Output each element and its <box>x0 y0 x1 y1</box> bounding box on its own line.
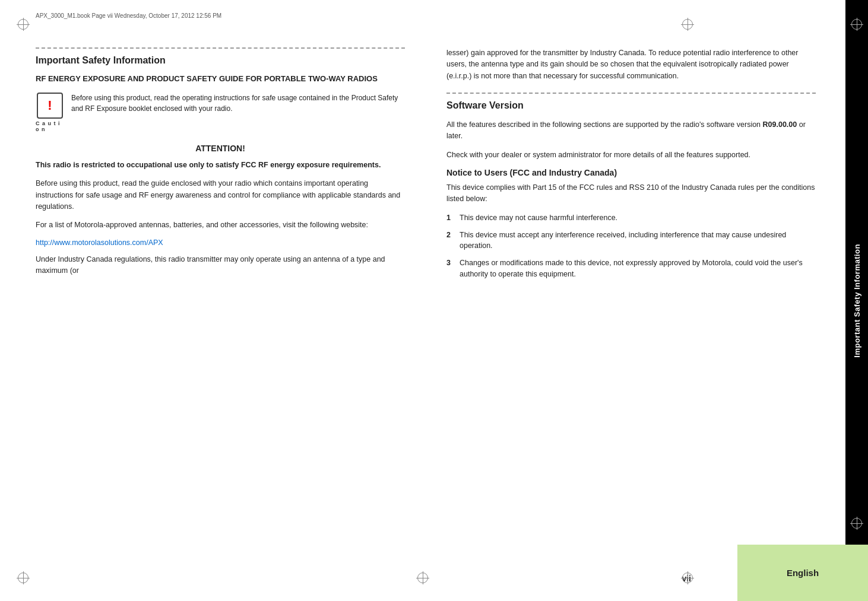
attention-bold-text: This radio is restricted to occupational… <box>36 160 405 171</box>
notice-text-2: This device must accept any interference… <box>460 230 816 252</box>
dashed-separator-1 <box>36 47 405 49</box>
notice-intro: This device complies with Part 15 of the… <box>446 182 816 205</box>
notice-title: Notice to Users (FCC and Industry Canada… <box>446 168 816 177</box>
notice-num-1: 1 <box>446 212 455 224</box>
crosshair-bottom-left <box>17 571 30 584</box>
dashed-separator-2 <box>446 93 816 94</box>
section-title: Important Safety Information <box>36 55 405 67</box>
crosshair-top-right <box>681 18 694 31</box>
caution-text: Before using this product, read the oper… <box>71 93 405 114</box>
notice-item-1: 1 This device may not cause harmful inte… <box>446 212 816 224</box>
crosshair-bottom-right <box>681 571 694 584</box>
notice-text-3: Changes or modifications made to this de… <box>460 257 816 280</box>
attention-heading: ATTENTION! <box>36 143 405 154</box>
notice-num-2: 2 <box>446 230 455 252</box>
motorola-text: For a list of Motorola-approved antennas… <box>36 220 405 231</box>
sidebar-tab: Important Safety Information English <box>845 0 868 601</box>
canada-continued: lesser) gain approved for the transmitte… <box>446 47 816 82</box>
crosshair-top-left <box>17 18 30 31</box>
crosshair-sidebar-bottom <box>850 517 863 530</box>
sidebar-tab-text: Important Safety Information <box>853 244 861 358</box>
software-version-body1: All the features described in the follow… <box>446 119 816 142</box>
main-content: APX_3000_M1.book Page vii Wednesday, Oct… <box>0 0 845 601</box>
attention-body-text: Before using this product, read the guid… <box>36 178 405 212</box>
software-version-title: Software Version <box>446 100 816 112</box>
caution-label: C a u t i o n <box>36 120 64 132</box>
english-tab: English <box>737 545 868 601</box>
page-container: APX_3000_M1.book Page vii Wednesday, Oct… <box>0 0 868 601</box>
caution-box: ! C a u t i o n Before using this produc… <box>36 93 405 132</box>
canada-text: Under Industry Canada regulations, this … <box>36 254 405 277</box>
crosshair-bottom-center <box>416 571 429 584</box>
caution-icon-wrap: ! C a u t i o n <box>36 93 64 132</box>
right-column: lesser) gain approved for the transmitte… <box>441 24 816 577</box>
software-version-body2: Check with your dealer or system adminis… <box>446 150 816 161</box>
english-label: English <box>787 568 819 578</box>
notice-text-1: This device may not cause harmful interf… <box>460 212 617 224</box>
notice-item-3: 3 Changes or modifications made to this … <box>446 257 816 280</box>
rf-heading: RF ENERGY EXPOSURE AND PRODUCT SAFETY GU… <box>36 74 405 84</box>
notice-num-3: 3 <box>446 257 455 280</box>
notice-item-2: 2 This device must accept any interferen… <box>446 230 816 252</box>
motorola-link[interactable]: http://www.motorolasolutions.com/APX <box>36 239 405 247</box>
notice-list: 1 This device may not cause harmful inte… <box>446 212 816 280</box>
crosshair-sidebar-top <box>850 18 863 31</box>
header-label: APX_3000_M1.book Page vii Wednesday, Oct… <box>36 12 221 19</box>
left-column: Important Safety Information RF ENERGY E… <box>36 24 417 577</box>
caution-icon: ! <box>37 93 63 119</box>
